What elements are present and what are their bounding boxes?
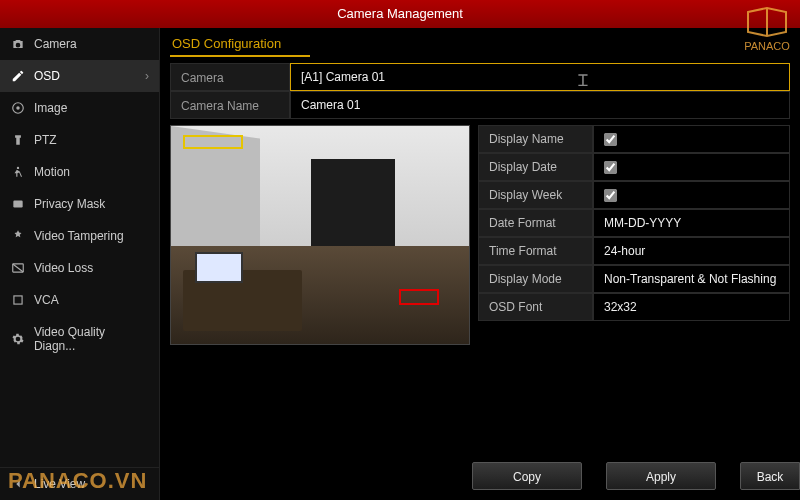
svg-rect-6	[14, 296, 22, 304]
sidebar-item-label: Privacy Mask	[34, 197, 105, 211]
titlebar: Camera Management	[0, 0, 800, 28]
display-week-label: Display Week	[478, 181, 593, 209]
sidebar-item-ptz[interactable]: PTZ	[0, 124, 159, 156]
osd-overlay-marker[interactable]	[399, 289, 439, 305]
sidebar-item-label: Motion	[34, 165, 70, 179]
apply-button[interactable]: Apply	[606, 462, 716, 490]
camera-name-input[interactable]: Camera 01	[290, 91, 790, 119]
camera-name-label: Camera Name	[170, 91, 290, 119]
osd-font-label: OSD Font	[478, 293, 593, 321]
ptz-icon	[10, 133, 26, 147]
camera-name-value: Camera 01	[301, 98, 360, 112]
camera-select[interactable]: [A1] Camera 01 Ꮖ	[290, 63, 790, 91]
camera-select-label: Camera	[170, 63, 290, 91]
display-week-checkbox[interactable]	[604, 189, 617, 202]
display-date-label: Display Date	[478, 153, 593, 181]
back-button[interactable]: Back	[740, 462, 800, 490]
sidebar-item-osd[interactable]: OSD ›	[0, 60, 159, 92]
sidebar-item-video-quality[interactable]: Video Quality Diagn...	[0, 316, 159, 362]
gear-icon	[10, 332, 26, 346]
sidebar-item-label: VCA	[34, 293, 59, 307]
sidebar-item-live-view[interactable]: Live View	[0, 467, 159, 500]
sidebar-item-label: Video Loss	[34, 261, 93, 275]
sidebar-item-camera[interactable]: Camera	[0, 28, 159, 60]
footer-buttons: Copy Apply Back	[472, 462, 800, 490]
camera-select-value: [A1] Camera 01	[301, 70, 385, 84]
sidebar-item-label: Image	[34, 101, 67, 115]
tampering-icon	[10, 229, 26, 243]
motion-icon	[10, 165, 26, 179]
chevron-right-icon: ›	[145, 69, 149, 83]
content-area: OSD Configuration Camera [A1] Camera 01 …	[160, 28, 800, 500]
sidebar-item-video-tampering[interactable]: Video Tampering	[0, 220, 159, 252]
sidebar-item-motion[interactable]: Motion	[0, 156, 159, 188]
sidebar-item-label: Camera	[34, 37, 77, 51]
date-format-select[interactable]: MM-DD-YYYY	[593, 209, 790, 237]
svg-point-1	[16, 106, 20, 110]
image-icon	[10, 101, 26, 115]
osd-settings-table: Display Name Display Date Display Week D…	[478, 125, 790, 345]
sidebar-item-label: Live View	[34, 477, 85, 491]
display-date-checkbox[interactable]	[604, 161, 617, 174]
svg-rect-3	[13, 201, 22, 208]
time-format-select[interactable]: 24-hour	[593, 237, 790, 265]
copy-button[interactable]: Copy	[472, 462, 582, 490]
osd-overlay-marker[interactable]	[183, 135, 243, 149]
svg-point-2	[17, 167, 19, 169]
time-format-label: Time Format	[478, 237, 593, 265]
camera-preview[interactable]	[170, 125, 470, 345]
svg-line-5	[13, 264, 24, 272]
display-mode-select[interactable]: Non-Transparent & Not Flashing	[593, 265, 790, 293]
display-mode-label: Display Mode	[478, 265, 593, 293]
mask-icon	[10, 197, 26, 211]
sidebar-item-privacy-mask[interactable]: Privacy Mask	[0, 188, 159, 220]
title: Camera Management	[337, 6, 463, 21]
sidebar-item-label: OSD	[34, 69, 60, 83]
section-title: OSD Configuration	[170, 32, 310, 57]
display-name-checkbox[interactable]	[604, 133, 617, 146]
sidebar-item-label: Video Quality Diagn...	[34, 325, 149, 353]
back-arrow-icon	[10, 477, 26, 491]
sidebar: Camera OSD › Image PTZ Motion	[0, 28, 160, 500]
edit-icon	[10, 69, 26, 83]
text-cursor-icon: Ꮖ	[578, 68, 589, 94]
vca-icon	[10, 293, 26, 307]
sidebar-item-vca[interactable]: VCA	[0, 284, 159, 316]
camera-icon	[10, 37, 26, 51]
sidebar-item-label: PTZ	[34, 133, 57, 147]
sidebar-item-video-loss[interactable]: Video Loss	[0, 252, 159, 284]
display-name-label: Display Name	[478, 125, 593, 153]
osd-font-select[interactable]: 32x32	[593, 293, 790, 321]
sidebar-item-image[interactable]: Image	[0, 92, 159, 124]
sidebar-item-label: Video Tampering	[34, 229, 124, 243]
video-loss-icon	[10, 261, 26, 275]
date-format-label: Date Format	[478, 209, 593, 237]
